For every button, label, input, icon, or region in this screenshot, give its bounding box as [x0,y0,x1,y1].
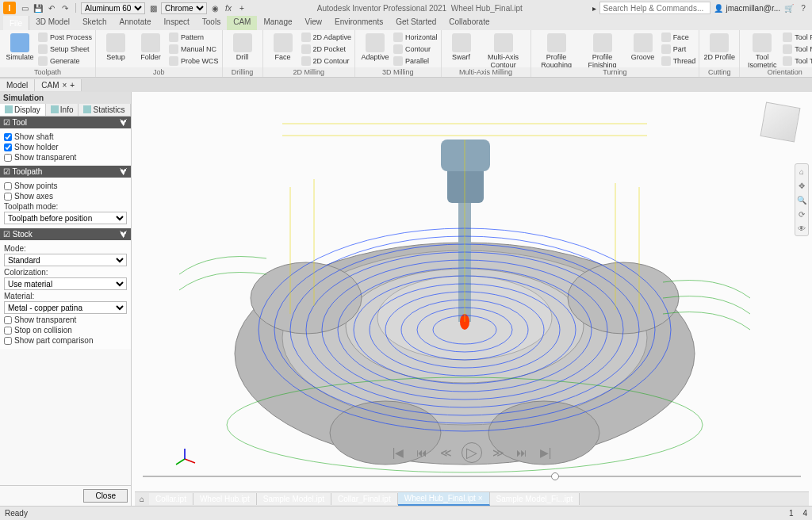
tool-right-button[interactable]: Tool Right [783,44,812,55]
display-icon [5,105,13,113]
stats-icon [83,105,91,113]
view-cube[interactable] [760,102,801,143]
slider-thumb[interactable] [551,472,559,480]
file-tab[interactable]: Collar.ipt [149,493,193,505]
section-toolpath-header[interactable]: ☑ Toolpath⮟ [0,166,131,178]
file-tab[interactable]: Sample Model_Fi...ipt [490,493,580,505]
menu-environments[interactable]: Environments [328,16,389,30]
show-points-checkbox[interactable] [4,182,12,190]
appearance-select[interactable]: Chrome [161,2,207,14]
menu-3dmodel[interactable]: 3D Model [29,16,76,30]
home-icon[interactable]: ⌂ [135,495,149,503]
search-input[interactable] [599,2,710,14]
skip-start-icon[interactable]: |◀ [390,445,406,461]
turn-part-button[interactable]: Part [661,44,696,55]
show-shaft-checkbox[interactable] [4,133,12,141]
menu-getstarted[interactable]: Get Started [389,16,442,30]
turn-face-button[interactable]: Face [661,32,696,43]
orbit-icon[interactable]: ⟳ [796,208,807,220]
close-icon[interactable]: × [62,81,67,90]
mode-select[interactable]: Standard [4,254,127,266]
2d-contour-button[interactable]: 2D Contour [301,55,352,67]
material-select[interactable]: Metal - copper patina [4,301,127,314]
step-back-icon[interactable]: ⏮ [414,445,430,461]
ribbon-group-multiaxis: Swarf Multi-Axis Contour Multi-Axis Mill… [442,30,531,77]
orbit-icon[interactable]: ◉ [209,2,220,13]
cart-icon[interactable]: 🛒 [783,2,795,13]
close-icon[interactable]: × [478,494,483,503]
add-icon[interactable]: + [236,2,247,13]
file-tab[interactable]: Collar_Final.ipt [331,493,398,505]
section-stock-header[interactable]: ☑ Stock⮟ [0,228,131,240]
menu-view[interactable]: View [299,16,329,30]
tab-cam[interactable]: CAM×+ [35,79,82,91]
show-axes-checkbox[interactable] [4,193,12,201]
parallel-button[interactable]: Parallel [393,55,438,67]
help-icon[interactable]: ? [798,2,809,13]
setup-sheet-button[interactable]: Setup Sheet [38,44,92,55]
section-tool-header[interactable]: ☑ Tool⮟ [0,117,131,128]
2d-pocket-button[interactable]: 2D Pocket [301,44,352,55]
skip-end-icon[interactable]: ▶| [538,445,553,461]
step-forward-icon[interactable]: ⏭ [514,445,530,461]
home-view-icon[interactable]: ⌂ [796,166,807,177]
user-label[interactable]: jmacmillan@r... [726,4,781,13]
menu-sketch[interactable]: Sketch [76,16,113,30]
tab-display[interactable]: Display [0,104,46,116]
2d-adaptive-button[interactable]: 2D Adaptive [301,32,352,43]
contour-button[interactable]: Contour [393,44,438,55]
menu-collaborate[interactable]: Collaborate [442,16,496,30]
undo-icon[interactable]: ↶ [46,2,57,13]
file-tab[interactable]: Wheel Hub.ipt [193,493,257,505]
probe-wcs-button[interactable]: Probe WCS [169,55,219,67]
stop-collision-checkbox[interactable] [4,327,12,335]
3d-viewport[interactable]: ⌂ ✥ 🔍 ⟳ 👁 |◀ ⏮ ≪ ▷ ≫ ⏭ ▶| [132,92,812,506]
redo-icon[interactable]: ↷ [59,2,71,13]
show-transparent-checkbox[interactable] [4,154,12,162]
tab-model[interactable]: Model [0,79,35,91]
horizontal-button[interactable]: Horizontal [393,32,438,43]
collapse-icon[interactable]: ⮟ [120,118,128,127]
file-menu[interactable]: File [3,16,29,30]
fast-forward-icon[interactable]: ≫ [490,445,506,461]
part-comparison-checkbox[interactable] [4,337,12,345]
rewind-icon[interactable]: ≪ [438,445,454,461]
title-bar: I ▭ 💾 ↶ ↷ Aluminum 60 ▩ Chrome ◉ fx + Au… [0,0,812,16]
collapse-icon[interactable]: ⮟ [120,230,128,239]
save-icon[interactable]: 💾 [33,2,44,13]
menu-manage[interactable]: Manage [257,16,298,30]
file-tabs: ⌂ Collar.ipt Wheel Hub.ipt Sample Model.… [135,491,809,506]
menu-inspect[interactable]: Inspect [158,16,196,30]
zoom-icon[interactable]: 🔍 [796,194,807,205]
look-icon[interactable]: 👁 [796,223,807,234]
pattern-button[interactable]: Pattern [169,32,219,43]
play-icon[interactable]: ▷ [462,442,482,463]
colorization-select[interactable]: Use material [4,277,127,290]
generate-button[interactable]: Generate [38,55,92,67]
file-tab[interactable]: Sample Model.ipt [257,493,331,505]
menu-annotate[interactable]: Annotate [113,16,158,30]
menu-cam[interactable]: CAM [227,16,257,30]
timeline-slider[interactable] [143,476,801,477]
manual-nc-button[interactable]: Manual NC [169,44,219,55]
tool-front-button[interactable]: Tool Front [783,32,812,43]
menu-tools[interactable]: Tools [196,16,227,30]
fx-icon[interactable]: fx [223,2,234,13]
close-button[interactable]: Close [83,489,128,503]
axes-indicator-icon [173,447,197,471]
collapse-icon[interactable]: ⮟ [120,167,128,176]
file-tab-active[interactable]: Wheel Hub_Final.ipt × [398,492,490,506]
toolpath-mode-select[interactable]: Toolpath before position [4,212,127,224]
material-select[interactable]: Aluminum 60 [81,2,145,14]
pan-icon[interactable]: ✥ [796,180,807,191]
tab-statistics[interactable]: Statistics [79,104,130,116]
tool-top-button[interactable]: Tool Top [783,55,812,67]
open-icon[interactable]: ▭ [19,2,30,13]
show-holder-checkbox[interactable] [4,143,12,151]
tab-info[interactable]: Info [46,104,79,116]
turn-thread-button[interactable]: Thread [661,55,696,67]
post-process-button[interactable]: Post Process [38,32,92,43]
user-icon[interactable]: 👤 [714,4,723,13]
stock-transparent-checkbox[interactable] [4,316,12,324]
color-icon[interactable]: ▩ [147,2,159,13]
